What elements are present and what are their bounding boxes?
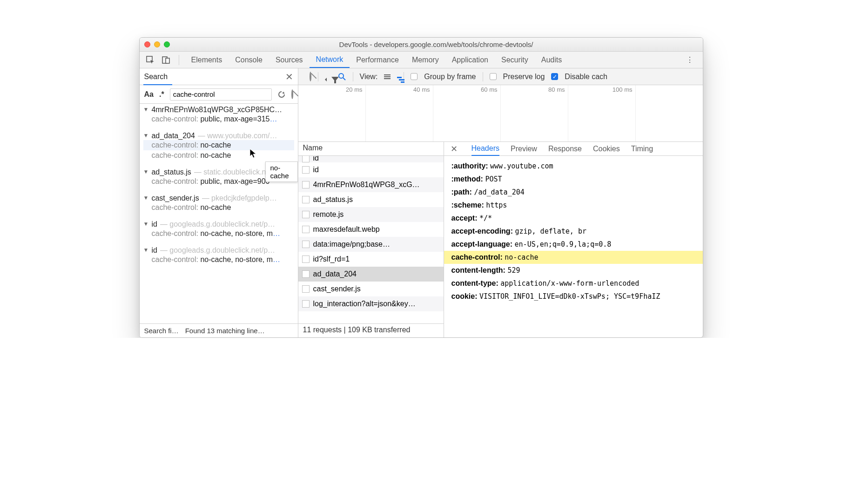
separator [318, 72, 318, 81]
search-match[interactable]: cache-control: no-cache [143, 140, 294, 150]
request-row[interactable]: 4mrRnEPnWo81qWPG8_xcG… [298, 177, 444, 192]
tab-elements[interactable]: Elements [185, 52, 229, 68]
svg-point-3 [339, 74, 344, 78]
devtools-window: DevTools - developers.google.com/web/too… [139, 37, 703, 338]
column-header-name[interactable]: Name [298, 142, 444, 156]
timeline[interactable]: 20 ms40 ms60 ms80 ms100 ms [298, 85, 703, 142]
disclosure-triangle-icon: ▼ [143, 106, 149, 113]
case-sensitive-toggle[interactable]: Aa [144, 90, 154, 99]
file-icon [302, 241, 310, 248]
search-result-file[interactable]: ▼ad_status.js — static.doubleclick.ne… [143, 168, 294, 176]
search-result-file[interactable]: ▼id — googleads.g.doubleclick.net/p… [143, 246, 294, 255]
regex-toggle[interactable]: .* [159, 90, 164, 99]
search-match[interactable]: cache-control: public, max-age=315… [143, 114, 294, 124]
search-tab-label[interactable]: Search [144, 73, 168, 81]
more-icon[interactable]: ⋮ [681, 55, 699, 64]
search-match[interactable]: cache-control: no-cache [143, 202, 294, 213]
clear-icon[interactable] [291, 90, 293, 99]
close-icon[interactable] [144, 41, 150, 47]
tab-sources[interactable]: Sources [269, 52, 310, 68]
detail-tab-headers[interactable]: Headers [472, 144, 499, 156]
request-row[interactable]: id?slf_rd=1 [298, 252, 444, 267]
search-match[interactable]: cache-control: public, max-age=900 [143, 176, 294, 187]
request-row[interactable]: data:image/png;base… [298, 237, 444, 252]
header-row[interactable]: content-length: 529 [451, 264, 695, 277]
disclosure-triangle-icon: ▼ [143, 195, 149, 201]
tab-network[interactable]: Network [310, 52, 350, 68]
file-icon [302, 181, 310, 188]
request-row[interactable]: id [298, 162, 444, 177]
tab-performance[interactable]: Performance [350, 52, 405, 68]
network-summary: 11 requests | 109 KB transferred [298, 323, 444, 337]
header-row[interactable]: :authority: www.youtube.com [451, 160, 695, 173]
tab-memory[interactable]: Memory [405, 52, 445, 68]
timeline-tick: 20 ms [298, 85, 366, 141]
disable-cache-checkbox[interactable]: ✓ [551, 73, 558, 80]
search-result-group: ▼cast_sender.js — pkedcjkdefgpdelp…cache… [140, 192, 298, 214]
minimize-icon[interactable] [154, 41, 160, 47]
file-icon [302, 300, 310, 308]
search-match[interactable]: cache-control: no-cache [143, 150, 294, 161]
inspect-icon[interactable] [143, 54, 157, 66]
clear-icon[interactable] [310, 73, 311, 81]
request-row[interactable]: ad_data_204 [298, 267, 444, 282]
search-result-file[interactable]: ▼4mrRnEPnWo81qWPG8_xcGP85HC… [143, 106, 294, 114]
detail-tab-response[interactable]: Response [548, 145, 582, 153]
tab-application[interactable]: Application [445, 52, 495, 68]
search-footer-right: Found 13 matching line… [185, 327, 265, 335]
request-row[interactable]: ad_status.js [298, 192, 444, 207]
close-details-icon[interactable]: ✕ [451, 144, 458, 154]
detail-tab-timing[interactable]: Timing [631, 145, 653, 153]
timeline-tick: 100 ms [568, 85, 636, 141]
header-row[interactable]: :scheme: https [451, 199, 695, 212]
file-icon [302, 211, 310, 218]
detail-tab-preview[interactable]: Preview [511, 145, 537, 153]
request-row[interactable]: maxresdefault.webp [298, 222, 444, 237]
search-results: ▼4mrRnEPnWo81qWPG8_xcGP85HC…cache-contro… [140, 104, 298, 323]
search-match[interactable]: cache-control: no-cache, no-store, m… [143, 228, 294, 239]
request-row[interactable]: log_interaction?alt=json&key… [298, 296, 444, 311]
separator [179, 55, 179, 65]
group-by-frame-checkbox[interactable] [411, 73, 418, 80]
list-view-icon[interactable] [384, 74, 391, 79]
request-details: ✕ HeadersPreviewResponseCookiesTiming :a… [444, 142, 703, 337]
request-row[interactable]: cast_sender.js [298, 282, 444, 296]
file-icon [302, 156, 310, 162]
request-row[interactable]: remote.js [298, 207, 444, 222]
svg-line-4 [343, 78, 345, 80]
file-icon [302, 166, 310, 174]
tab-audits[interactable]: Audits [535, 52, 568, 68]
search-result-group: ▼id — googleads.g.doubleclick.net/p…cach… [140, 244, 298, 266]
search-result-file[interactable]: ▼cast_sender.js — pkedcjkdefgpdelp… [143, 194, 294, 202]
header-row[interactable]: accept-language: en-US,en;q=0.9,la;q=0.8 [451, 238, 695, 251]
header-row[interactable]: accept: */* [451, 212, 695, 225]
header-row[interactable]: cookie: VISITOR_INFO1_LIVE=dDk0-xTswPs; … [451, 290, 695, 303]
device-toggle-icon[interactable] [159, 54, 173, 66]
timeline-tick: 60 ms [433, 85, 501, 141]
tab-console[interactable]: Console [229, 52, 269, 68]
header-row[interactable]: content-type: application/x-www-form-url… [451, 277, 695, 290]
zoom-icon[interactable] [164, 41, 170, 47]
search-input[interactable] [170, 88, 272, 101]
header-row[interactable]: cache-control: no-cache [444, 251, 703, 264]
tab-security[interactable]: Security [495, 52, 535, 68]
header-row[interactable]: :path: /ad_data_204 [451, 186, 695, 199]
disable-cache-label: Disable cach [565, 73, 607, 81]
file-icon [302, 226, 310, 233]
search-result-file[interactable]: ▼ad_data_204 — www.youtube.com/… [143, 132, 294, 140]
file-icon [302, 285, 310, 293]
search-tab-underline [143, 84, 172, 85]
header-row[interactable]: :method: POST [451, 173, 695, 186]
request-row[interactable]: id [298, 156, 444, 162]
separator [483, 72, 483, 81]
close-search-icon[interactable]: ✕ [285, 71, 293, 82]
preserve-log-checkbox[interactable] [490, 73, 497, 80]
refresh-icon[interactable] [277, 90, 286, 99]
detail-tabs: ✕ HeadersPreviewResponseCookiesTiming [444, 142, 703, 156]
search-match[interactable]: cache-control: no-cache, no-store, m… [143, 255, 294, 265]
search-icon[interactable] [338, 73, 346, 81]
header-row[interactable]: accept-encoding: gzip, deflate, br [451, 225, 695, 238]
detail-tab-cookies[interactable]: Cookies [593, 145, 620, 153]
search-toolbar: Aa .* [140, 85, 298, 104]
search-result-file[interactable]: ▼id — googleads.g.doubleclick.net/p… [143, 220, 294, 228]
